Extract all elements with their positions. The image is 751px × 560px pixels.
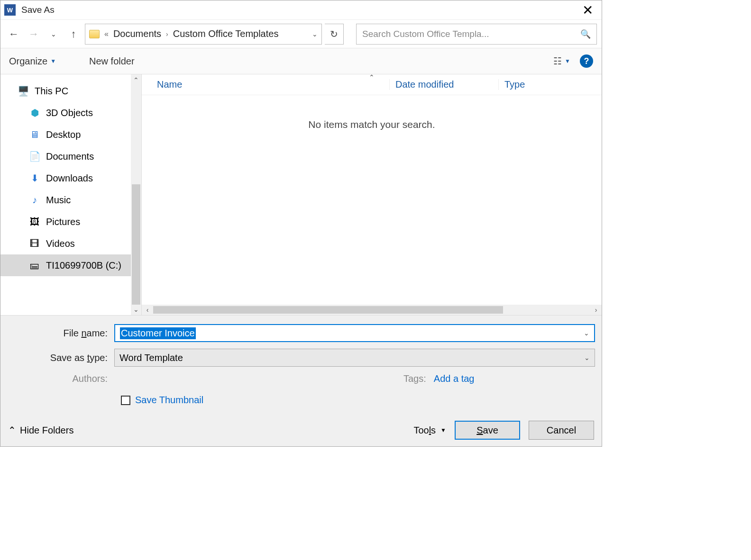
- scroll-left-icon[interactable]: ‹: [142, 306, 153, 314]
- tree-label: Pictures: [46, 217, 80, 227]
- nav-bar: ← → ⌄ ↑ « Documents › Custom Office Temp…: [0, 19, 602, 48]
- dialog-body: 🖥️ This PC ⬢ 3D Objects 🖥 Desktop 📄 Docu…: [0, 74, 602, 315]
- forward-button[interactable]: →: [25, 26, 42, 43]
- tools-button[interactable]: Tools ▼: [413, 425, 446, 436]
- tree-label: 3D Objects: [46, 108, 93, 118]
- new-folder-button[interactable]: New folder: [89, 56, 135, 67]
- tags-label: Tags:: [403, 373, 426, 384]
- tree-documents[interactable]: 📄 Documents: [0, 145, 131, 167]
- dropdown-arrow-icon: ▼: [50, 58, 56, 64]
- tree-drive-c[interactable]: 🖴 TI10699700B (C:): [0, 254, 131, 276]
- scrollbar-thumb[interactable]: [132, 184, 140, 305]
- hide-folders-label: Hide Folders: [20, 425, 73, 436]
- search-icon: 🔍: [580, 29, 591, 39]
- save-as-type-label: Save as type:: [7, 352, 114, 363]
- monitor-icon: 🖥: [29, 129, 40, 140]
- tree-videos[interactable]: 🎞 Videos: [0, 233, 131, 254]
- breadcrumb-overflow[interactable]: «: [104, 30, 109, 38]
- help-button[interactable]: ?: [580, 54, 593, 68]
- footer: ⌃ Hide Folders Tools ▼ Save Cancel: [0, 412, 602, 446]
- column-name[interactable]: Name: [157, 79, 389, 90]
- save-thumbnail-checkbox[interactable]: [121, 396, 130, 405]
- dialog-title: Save As: [21, 5, 55, 15]
- breadcrumb-custom-templates[interactable]: Custom Office Templates: [173, 28, 279, 39]
- toolbar: Organize ▼ New folder ☷ ▼ ?: [0, 48, 602, 74]
- recent-dropdown[interactable]: ⌄: [45, 26, 62, 43]
- tree-label: Desktop: [46, 129, 81, 140]
- organize-button[interactable]: Organize ▼: [9, 56, 56, 67]
- tree-downloads[interactable]: ⬇ Downloads: [0, 167, 131, 189]
- tree-label: This PC: [35, 86, 68, 97]
- tools-label: Tools: [413, 425, 436, 436]
- scroll-right-icon[interactable]: ›: [590, 306, 602, 314]
- folder-icon: [89, 30, 100, 38]
- dropdown-arrow-icon: ⌄: [584, 354, 590, 361]
- tree-music[interactable]: ♪ Music: [0, 189, 131, 211]
- chevron-up-icon: ⌃: [8, 425, 16, 436]
- search-input[interactable]: [362, 29, 580, 39]
- file-name-value: Customer Invoice: [120, 327, 196, 339]
- address-dropdown[interactable]: ⌄: [312, 30, 318, 38]
- pictures-icon: 🖼: [29, 217, 40, 227]
- column-date-modified[interactable]: Date modified: [389, 79, 498, 90]
- empty-message: No items match your search.: [142, 119, 602, 130]
- tree-label: Documents: [46, 151, 94, 162]
- form-area: File name: Customer Invoice ⌄ Save as ty…: [0, 315, 602, 412]
- authors-label: Authors:: [7, 373, 114, 384]
- dropdown-arrow-icon: ▼: [565, 58, 570, 64]
- save-as-dialog: W Save As ✕ ← → ⌄ ↑ « Documents › Custom…: [0, 0, 602, 447]
- sidebar: 🖥️ This PC ⬢ 3D Objects 🖥 Desktop 📄 Docu…: [0, 74, 142, 315]
- title-bar: W Save As ✕: [0, 0, 602, 19]
- back-button[interactable]: ←: [5, 26, 22, 43]
- close-button[interactable]: ✕: [577, 2, 598, 18]
- tree-this-pc[interactable]: 🖥️ This PC: [0, 80, 131, 102]
- column-collapse-icon[interactable]: ⌃: [369, 73, 375, 81]
- document-icon: 📄: [29, 151, 40, 162]
- sidebar-scrollbar[interactable]: ⌃ ⌄: [131, 74, 141, 315]
- cancel-button[interactable]: Cancel: [529, 421, 594, 440]
- organize-label: Organize: [9, 56, 47, 67]
- scroll-up-icon[interactable]: ⌃: [131, 76, 141, 84]
- file-name-dropdown[interactable]: ⌄: [584, 329, 589, 337]
- save-button[interactable]: Save: [455, 421, 520, 440]
- breadcrumb-documents[interactable]: Documents: [113, 28, 161, 39]
- up-button[interactable]: ↑: [65, 26, 82, 43]
- cube-icon: ⬢: [29, 108, 40, 118]
- tree-label: Music: [46, 195, 71, 206]
- videos-icon: 🎞: [29, 238, 40, 249]
- file-name-label: File name:: [7, 328, 114, 339]
- file-name-input[interactable]: Customer Invoice ⌄: [114, 324, 595, 342]
- address-bar[interactable]: « Documents › Custom Office Templates ⌄: [85, 24, 322, 45]
- drive-icon: 🖴: [29, 260, 40, 271]
- view-icon: ☷: [553, 55, 562, 67]
- horizontal-scrollbar[interactable]: ‹ ›: [142, 305, 602, 315]
- tree-label: Videos: [46, 238, 75, 249]
- view-options-button[interactable]: ☷ ▼: [553, 55, 570, 67]
- download-icon: ⬇: [29, 173, 40, 183]
- save-as-type-value: Word Template: [119, 352, 183, 363]
- tree-3d-objects[interactable]: ⬢ 3D Objects: [0, 102, 131, 124]
- music-icon: ♪: [29, 195, 40, 205]
- tree-pictures[interactable]: 🖼 Pictures: [0, 211, 131, 233]
- search-box[interactable]: 🔍: [356, 24, 597, 45]
- this-pc-icon: 🖥️: [18, 86, 29, 96]
- tree-label: Downloads: [46, 173, 93, 184]
- scroll-down-icon[interactable]: ⌄: [131, 306, 141, 313]
- word-app-icon: W: [4, 4, 16, 16]
- tree-desktop[interactable]: 🖥 Desktop: [0, 124, 131, 145]
- file-list: ⌃ Name Date modified Type No items match…: [142, 74, 602, 315]
- save-thumbnail-label[interactable]: Save Thumbnail: [135, 395, 203, 406]
- hide-folders-button[interactable]: ⌃ Hide Folders: [8, 425, 73, 436]
- column-type[interactable]: Type: [498, 79, 602, 90]
- add-tag-link[interactable]: Add a tag: [434, 373, 475, 384]
- scrollbar-thumb[interactable]: [153, 306, 503, 314]
- save-as-type-select[interactable]: Word Template ⌄: [114, 349, 595, 367]
- tree-label: TI10699700B (C:): [46, 260, 121, 271]
- dropdown-arrow-icon: ▼: [440, 427, 446, 434]
- chevron-right-icon: ›: [166, 30, 168, 38]
- refresh-button[interactable]: ↻: [325, 24, 344, 45]
